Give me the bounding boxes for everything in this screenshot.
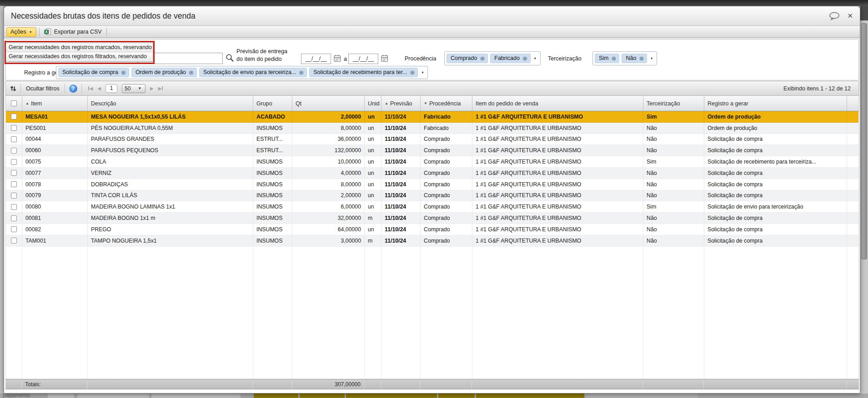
page-size-select[interactable]: 50 ▼: [122, 84, 146, 93]
column-header-desc[interactable]: Descrição: [88, 96, 253, 111]
calendar-icon[interactable]: [334, 55, 341, 62]
cell-checkbox[interactable]: [6, 168, 22, 179]
registro-a-gerar-tags[interactable]: Solicitação de compra⊗Ordem de produção⊗…: [56, 66, 428, 79]
cell-qt: 4,00000: [292, 168, 365, 179]
remove-tag-icon[interactable]: ⊗: [612, 56, 617, 61]
cell-item: 00078: [22, 179, 88, 190]
filter-tag[interactable]: Solicitação de compra⊗: [58, 68, 129, 77]
next-page-button[interactable]: ▶: [150, 86, 154, 91]
actions-menu-item[interactable]: Gerar necessidades dos registros marcado…: [6, 43, 153, 52]
export-csv-button[interactable]: X Exportar para CSV: [42, 27, 104, 37]
table-row[interactable]: 00075COLAINSUMOS10,00000un11/10/24Compra…: [6, 156, 858, 168]
filter-tag[interactable]: Solicitação de recebimento para ter...⊗: [309, 68, 418, 77]
actions-menu-item[interactable]: Gerar necessidades dos registros filtrad…: [6, 52, 153, 61]
row-checkbox[interactable]: [11, 136, 17, 142]
hide-filters-button[interactable]: Ocultar filtros: [25, 85, 60, 92]
column-header-checkbox[interactable]: [6, 96, 22, 111]
remove-tag-icon[interactable]: ⊗: [522, 56, 527, 61]
column-header-terc[interactable]: Terceirização: [643, 96, 704, 111]
actions-button[interactable]: Ações ▼: [6, 27, 36, 37]
column-header-prev[interactable]: ▲Previsão: [381, 96, 421, 111]
cell-checkbox[interactable]: [6, 179, 22, 190]
remove-tag-icon[interactable]: ⊗: [189, 70, 194, 75]
column-header-grupo[interactable]: Grupo: [253, 96, 292, 111]
table-row[interactable]: MESA01MESA NOGUEIRA 1,5x1x0,55 LILÁSACAB…: [6, 111, 858, 123]
column-header-qt[interactable]: Qt: [292, 96, 365, 111]
refresh-icon[interactable]: [10, 85, 16, 92]
table-row[interactable]: 00079TINTA COR LILÁSINSUMOS2,00000un11/1…: [6, 190, 858, 202]
column-header-reg[interactable]: Registro a gerar: [704, 96, 847, 111]
cell-checkbox[interactable]: [6, 134, 22, 145]
table-row[interactable]: 00081MADEIRA BOGNO 1x1 mINSUMOS32,00000m…: [6, 213, 858, 224]
row-checkbox[interactable]: [11, 170, 17, 176]
cell-checkbox[interactable]: [6, 213, 22, 224]
terceirizacao-tags[interactable]: Sim⊗Não⊗▾: [592, 51, 657, 65]
row-checkbox[interactable]: [11, 193, 17, 199]
close-icon[interactable]: ✕: [847, 12, 853, 20]
table-row[interactable]: 00077VERNIZINSUMOS4,00000un11/10/24Compr…: [6, 168, 858, 179]
remove-tag-icon[interactable]: ⊗: [121, 70, 126, 75]
column-header-item[interactable]: ▲Item: [22, 96, 88, 111]
last-page-button[interactable]: ▶: [158, 86, 163, 91]
procedencia-tags[interactable]: Comprado⊗Fabricado⊗▾: [444, 51, 541, 65]
table-row[interactable]: 00082PREGOINSUMOS64,00000un11/10/24Compr…: [6, 224, 858, 235]
cell-checkbox[interactable]: [6, 156, 22, 167]
sort-ascending-icon: ▲: [25, 101, 29, 105]
filter-tag[interactable]: Solicitação de envio para terceiriza...⊗: [199, 68, 307, 77]
row-checkbox[interactable]: [11, 114, 17, 119]
table-row[interactable]: 00080MADEIRA BOGNO LAMINAS 1x1INSUMOS6,0…: [6, 201, 858, 213]
cell-checkbox[interactable]: [6, 235, 22, 246]
table-row[interactable]: 00044PARAFUSOS GRANDESESTRUT...36,00000u…: [6, 134, 858, 145]
filter-tag[interactable]: Não⊗: [622, 54, 647, 63]
search-icon[interactable]: [226, 54, 234, 62]
row-checkbox[interactable]: [11, 238, 17, 244]
row-checkbox[interactable]: [11, 215, 17, 221]
cell-checkbox[interactable]: [6, 123, 22, 134]
remove-tag-icon[interactable]: ⊗: [480, 56, 485, 61]
row-checkbox[interactable]: [11, 204, 17, 210]
cell-checkbox[interactable]: [6, 201, 22, 212]
date-to-field[interactable]: __/__/__: [348, 54, 378, 64]
comment-bubble-icon[interactable]: [828, 12, 840, 20]
remove-tag-icon[interactable]: ⊗: [639, 56, 644, 61]
column-header-pedido[interactable]: Item do pedido de venda: [472, 96, 643, 111]
column-header-unid[interactable]: Unid: [365, 96, 381, 111]
table-row[interactable]: TAM001TAMPO NOGUEIRA 1,5x1INSUMOS3,00000…: [6, 235, 858, 247]
cell-prev: 11/10/24: [381, 156, 421, 167]
scrollbar-thumb[interactable]: [861, 23, 867, 259]
row-checkbox[interactable]: [11, 226, 17, 232]
first-page-button[interactable]: ◀: [88, 86, 93, 91]
page-scrollbar[interactable]: [860, 6, 868, 393]
table-row[interactable]: 00078DOBRADIÇASINSUMOS8,00000un11/10/24C…: [6, 179, 858, 190]
cell-item: TAM001: [22, 235, 88, 246]
remove-tag-icon[interactable]: ⊗: [410, 70, 415, 75]
dropdown-arrow-icon[interactable]: ▾: [533, 56, 537, 60]
help-icon[interactable]: ?: [69, 85, 77, 93]
remove-tag-icon[interactable]: ⊗: [299, 70, 304, 75]
dropdown-arrow-icon[interactable]: ▾: [420, 70, 425, 75]
cell-checkbox[interactable]: [6, 190, 22, 201]
background-bar: [438, 393, 475, 398]
filter-tag[interactable]: Comprado⊗: [447, 54, 488, 63]
column-header-proc[interactable]: ▼Procedência: [421, 96, 472, 111]
table-row[interactable]: PES001PÉS NOGUEIRA ALTURA 0,55MINSUMOS8,…: [6, 123, 858, 134]
row-checkbox[interactable]: [11, 181, 17, 187]
row-checkbox[interactable]: [11, 159, 17, 165]
cell-desc: TINTA COR LILÁS: [88, 190, 253, 201]
table-row[interactable]: 00060PARAFUSOS PEQUENOSESTRUT...132,0000…: [6, 145, 858, 156]
filter-tag[interactable]: Sim⊗: [595, 54, 619, 63]
cell-checkbox[interactable]: [6, 224, 22, 235]
cell-checkbox[interactable]: [6, 111, 22, 122]
filter-tag[interactable]: Fabricado⊗: [490, 54, 531, 63]
row-checkbox[interactable]: [11, 125, 17, 131]
select-all-checkbox[interactable]: [11, 100, 17, 106]
calendar-icon[interactable]: [381, 55, 388, 62]
previous-page-button[interactable]: ◀: [97, 86, 101, 91]
dropdown-arrow-icon[interactable]: ▾: [649, 56, 654, 60]
page-number-input[interactable]: 1: [105, 84, 117, 93]
filter-tag[interactable]: Ordem de produção⊗: [131, 68, 197, 77]
cell-pedido: 1 #1 G&F ARQUITETURA E URBANISMO: [472, 134, 643, 145]
row-checkbox[interactable]: [11, 148, 17, 154]
cell-checkbox[interactable]: [6, 145, 22, 156]
date-from-field[interactable]: __/__/__: [301, 54, 331, 64]
